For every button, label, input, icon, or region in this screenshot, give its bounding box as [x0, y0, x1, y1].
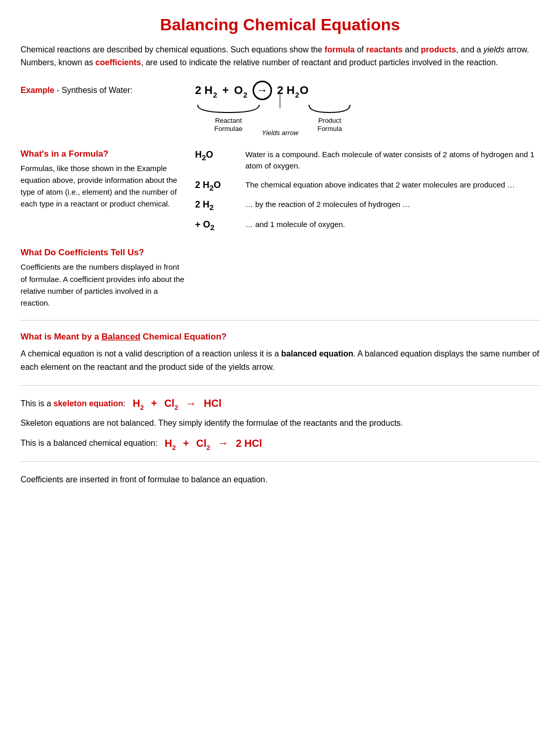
- yields-arrow-pointer: Yields arrow: [262, 93, 298, 137]
- balanced-heading: What is Meant by a Balanced Chemical Equ…: [21, 332, 539, 342]
- reactant-label: Reactant Formulae: [215, 117, 243, 134]
- balanced-bold: balanced equation: [281, 349, 353, 358]
- example-row: Example - Synthesis of Water:: [21, 81, 185, 95]
- balanced-heading-text: What is Meant by a Balanced Chemical Equ…: [21, 332, 226, 342]
- intro-coefficients: coefficients: [95, 58, 141, 67]
- skeleton-equation-row: This is a skeleton equation: H2 + Cl2 → …: [21, 397, 539, 410]
- divider-3: [21, 461, 539, 462]
- example-label-red: Example: [21, 86, 54, 95]
- formula-table: H2O Water is a compound. Each molecule o…: [195, 149, 539, 232]
- formula-term-2h2o: 2 H2O: [195, 179, 236, 192]
- example-section: Example - Synthesis of Water: 2 H2 + O2 …: [21, 81, 539, 137]
- formula-term-h2o: H2O: [195, 149, 236, 162]
- reactant-brace-svg: [195, 102, 262, 115]
- term-2h2: 2 H2: [195, 84, 217, 97]
- balanced-note: Coefficients are inserted in front of fo…: [21, 473, 539, 486]
- formula-term-2h2: 2 H2: [195, 199, 236, 212]
- formula-right: H2O Water is a compound. Each molecule o…: [195, 145, 539, 239]
- example-label: Example - Synthesis of Water:: [21, 81, 132, 95]
- balanced-text-1: A chemical equation is not a valid descr…: [21, 349, 281, 358]
- example-desc: - Synthesis of Water:: [54, 86, 132, 95]
- formula-section: What's in a Formula? Formulas, like thos…: [21, 145, 539, 239]
- intro-and: and: [402, 45, 421, 54]
- coefficients-left: What Do Coefficients Tell Us? Coefficien…: [21, 243, 195, 309]
- whats-formula-text: Formulas, like those shown in the Exampl…: [21, 162, 185, 210]
- skeleton-plus: +: [151, 398, 157, 409]
- term-o2: O2: [234, 84, 247, 97]
- intro-products: products: [421, 45, 456, 54]
- whats-formula-heading: What's in a Formula?: [21, 149, 185, 159]
- formula-row-2h2: 2 H2 … by the reaction of 2 molecules of…: [195, 199, 539, 212]
- balanced-h2: H2: [165, 438, 176, 449]
- formula-left: What's in a Formula? Formulas, like thos…: [21, 145, 195, 239]
- intro-yields-italic: yields: [484, 45, 505, 54]
- yields-arrow-label: Yields arrow: [262, 129, 298, 137]
- skeleton-cl2: Cl2: [164, 398, 178, 409]
- skeleton-label-text: This is a: [21, 399, 53, 408]
- formula-desc-2h2: … by the reaction of 2 molecules of hydr…: [245, 199, 410, 211]
- intro-end: , are used to indicate the relative numb…: [141, 58, 498, 67]
- intro-formula: formula: [324, 45, 355, 54]
- product-brace-svg: [306, 102, 353, 115]
- intro-yields: , and a: [456, 45, 483, 54]
- right-column-equation: 2 H2 + O2 → 2 H2O: [195, 81, 539, 137]
- intro-text-1: Chemical reactions are described by chem…: [21, 45, 324, 54]
- formula-row-o2: + O2 … and 1 molecule of oxygen.: [195, 219, 539, 232]
- skeleton-arrow: →: [185, 397, 197, 410]
- formula-desc-h2o: Water is a compound. Each molecule of wa…: [245, 149, 539, 172]
- formula-desc-o2: … and 1 molecule of oxygen.: [245, 219, 345, 231]
- coefficients-heading: What Do Coefficients Tell Us?: [21, 248, 185, 258]
- intro-reactants: reactants: [366, 45, 402, 54]
- formula-term-o2: + O2: [195, 219, 236, 232]
- balanced-paragraph: A chemical equation is not a valid descr…: [21, 347, 539, 373]
- skeleton-intro: This is a skeleton equation:: [21, 399, 126, 408]
- coefficients-text: Coefficients are the numbers displayed i…: [21, 261, 185, 309]
- skeleton-note: Skeleton equations are not balanced. The…: [21, 417, 539, 430]
- balanced-eq-label-text: This is a balanced chemical equation:: [21, 439, 158, 447]
- intro-paragraph: Chemical reactions are described by chem…: [21, 44, 539, 69]
- page-title: Balancing Chemical Equations: [21, 15, 539, 34]
- balanced-plus: +: [183, 438, 189, 449]
- product-label: Product Formula: [317, 117, 342, 134]
- divider-1: [21, 320, 539, 321]
- left-column: Example - Synthesis of Water:: [21, 81, 195, 137]
- reactant-brace-group: Reactant Formulae: [195, 102, 262, 134]
- product-brace-group: Product Formula: [306, 102, 353, 134]
- formula-row-2h2o: 2 H2O The chemical equation above indica…: [195, 179, 539, 192]
- balanced-eq-intro: This is a balanced chemical equation:: [21, 439, 158, 448]
- balanced-section: What is Meant by a Balanced Chemical Equ…: [21, 332, 539, 486]
- skeleton-h2: H2: [133, 398, 144, 409]
- skeleton-colon: :: [123, 399, 125, 408]
- equation-area: 2 H2 + O2 → 2 H2O: [195, 81, 539, 137]
- intro-of: of: [355, 45, 366, 54]
- formula-desc-2h2o: The chemical equation above indicates th…: [245, 179, 515, 191]
- balanced-cl2: Cl2: [196, 438, 210, 449]
- formula-row-h2o: H2O Water is a compound. Each molecule o…: [195, 149, 539, 172]
- balanced-equation-row: This is a balanced chemical equation: H2…: [21, 437, 539, 450]
- balanced-arrow: →: [217, 437, 228, 450]
- braces-area: Reactant Formulae Yields arrow Product F…: [195, 102, 353, 137]
- balanced-2hcl: 2 HCl: [236, 438, 262, 449]
- yields-arrow-line: [280, 93, 280, 108]
- skeleton-bold: skeleton equation: [53, 399, 123, 408]
- skeleton-hcl: HCl: [204, 398, 221, 409]
- coefficients-section: What Do Coefficients Tell Us? Coefficien…: [21, 243, 539, 309]
- divider-2: [21, 385, 539, 386]
- coefficients-right: [195, 243, 539, 309]
